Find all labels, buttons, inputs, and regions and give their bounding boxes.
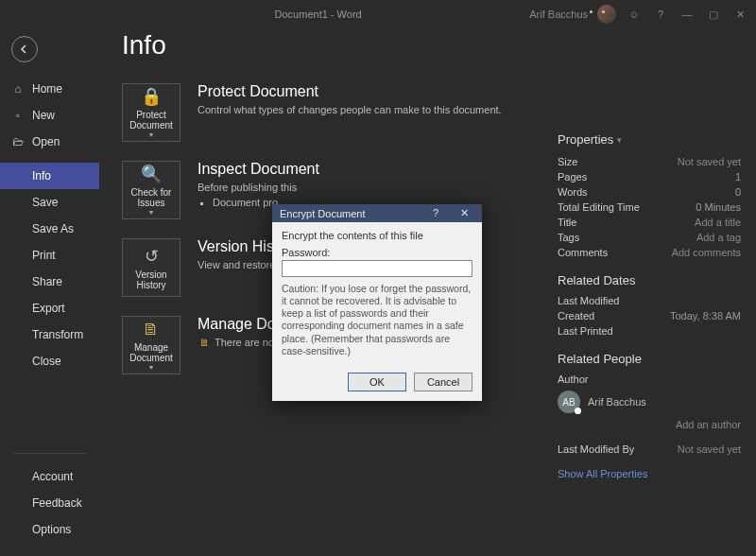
- author-name: Arif Bacchus: [588, 396, 646, 408]
- title-bar: Document1 - Word Arif Bacchus ☺ ? — ▢ ✕: [0, 0, 756, 28]
- sidebar-item-label: Save: [32, 196, 58, 209]
- sidebar-item-label: Options: [32, 523, 71, 536]
- protect-document-tile[interactable]: 🔒 Protect Document ▾: [122, 83, 180, 142]
- sidebar-item-account[interactable]: Account: [0, 463, 99, 490]
- inspect-icon: 🔍: [141, 164, 162, 184]
- back-arrow-icon: [19, 43, 30, 55]
- document-small-icon: 🗎: [198, 337, 211, 348]
- emoji-icon[interactable]: ☺: [626, 6, 643, 23]
- related-people-heading: Related People: [558, 352, 741, 366]
- tile-label: Protect Document: [126, 110, 177, 130]
- document-icon: 🗎: [143, 320, 160, 339]
- protect-section: 🔒 Protect Document ▾ Protect Document Co…: [122, 83, 535, 142]
- show-all-properties-link[interactable]: Show All Properties: [558, 468, 647, 479]
- prop-lastby-label: Last Modified By: [558, 443, 634, 455]
- prop-title-value[interactable]: Add a title: [695, 217, 741, 228]
- user-avatar-icon[interactable]: [597, 5, 616, 24]
- prop-tags-label: Tags: [558, 232, 579, 243]
- prop-lastmod-label: Last Modified: [558, 295, 619, 306]
- prop-comments-value[interactable]: Add comments: [672, 247, 741, 258]
- prop-pages-label: Pages: [558, 171, 587, 182]
- close-window-icon[interactable]: ✕: [731, 6, 748, 23]
- sidebar-item-label: Print: [32, 249, 56, 262]
- prop-title-label: Title: [558, 217, 576, 228]
- tile-label: Manage Document: [126, 342, 177, 363]
- sidebar-item-feedback[interactable]: Feedback: [0, 490, 99, 516]
- prop-lastprint-label: Last Printed: [558, 325, 613, 337]
- properties-heading[interactable]: Properties ▾: [558, 132, 741, 147]
- author-entry[interactable]: AB Arif Bacchus: [558, 391, 741, 413]
- sidebar-item-info[interactable]: Info: [0, 163, 99, 189]
- protect-heading: Protect Document: [198, 83, 502, 100]
- sidebar-item-transform[interactable]: Transform: [0, 321, 99, 348]
- dialog-titlebar[interactable]: Encrypt Document ? ✕: [272, 204, 482, 222]
- chevron-down-icon: ▾: [149, 208, 153, 217]
- sidebar-item-label: Home: [32, 82, 62, 96]
- password-label: Password:: [282, 247, 472, 258]
- sidebar-item-label: Account: [32, 470, 73, 483]
- titlebar-user-name: Arif Bacchus: [529, 9, 588, 20]
- sidebar-item-share[interactable]: Share: [0, 269, 99, 295]
- prop-words-label: Words: [558, 186, 588, 198]
- history-icon: ↺: [145, 246, 159, 267]
- prop-size-label: Size: [558, 156, 577, 167]
- back-button[interactable]: [11, 36, 38, 62]
- sidebar-item-save[interactable]: Save: [0, 189, 99, 216]
- add-author-link[interactable]: Add an author: [676, 419, 741, 430]
- sidebar-item-label: Transform: [32, 328, 83, 341]
- new-icon: ▫: [11, 109, 25, 122]
- dialog-caution-text: Caution: If you lose or forget the passw…: [282, 283, 472, 357]
- sidebar-item-options[interactable]: Options: [0, 516, 99, 543]
- sidebar-item-label: New: [32, 109, 55, 122]
- inspect-desc: Before publishing this: [198, 182, 319, 193]
- sidebar-item-close[interactable]: Close: [0, 348, 99, 374]
- sidebar-item-label: Info: [32, 169, 51, 182]
- version-history-tile[interactable]: ↺ Version History: [122, 238, 180, 297]
- sidebar-item-label: Close: [32, 355, 61, 368]
- help-icon[interactable]: ?: [652, 6, 669, 23]
- prop-author-label: Author: [558, 374, 588, 385]
- check-issues-tile[interactable]: 🔍 Check for Issues ▾: [122, 161, 180, 219]
- encrypt-document-dialog: Encrypt Document ? ✕ Encrypt the content…: [272, 204, 482, 401]
- password-input[interactable]: [282, 260, 472, 277]
- prop-created-label: Created: [558, 310, 594, 321]
- chevron-down-icon: ▾: [617, 135, 622, 145]
- sidebar-item-new[interactable]: ▫ New: [0, 102, 99, 129]
- sidebar-item-home[interactable]: ⌂ Home: [0, 76, 99, 102]
- sidebar-item-label: Export: [32, 302, 65, 315]
- open-icon: 🗁: [11, 135, 25, 148]
- backstage-sidebar: ⌂ Home ▫ New 🗁 Open Info Save Save As Pr…: [0, 28, 99, 556]
- chevron-down-icon: ▾: [149, 130, 153, 139]
- dialog-close-icon[interactable]: ✕: [452, 207, 476, 219]
- cancel-button[interactable]: Cancel: [414, 373, 472, 391]
- dialog-help-icon[interactable]: ?: [423, 207, 448, 219]
- dialog-instruction: Encrypt the contents of this file: [282, 230, 472, 241]
- tile-label: Check for Issues: [126, 187, 177, 208]
- home-icon: ⌂: [11, 82, 25, 96]
- inspect-heading: Inspect Document: [198, 161, 319, 178]
- sidebar-item-export[interactable]: Export: [0, 295, 99, 321]
- sidebar-item-open[interactable]: 🗁 Open: [0, 129, 99, 155]
- sidebar-item-print[interactable]: Print: [0, 242, 99, 269]
- sidebar-item-saveas[interactable]: Save As: [0, 216, 99, 242]
- prop-tags-value[interactable]: Add a tag: [696, 232, 741, 243]
- author-avatar-icon: AB: [558, 391, 580, 413]
- ok-button[interactable]: OK: [348, 373, 406, 391]
- prop-comments-label: Comments: [558, 247, 608, 258]
- manage-document-tile[interactable]: 🗎 Manage Document ▾: [122, 316, 180, 374]
- chevron-down-icon: ▾: [149, 363, 153, 372]
- properties-panel: Properties ▾ SizeNot saved yet Pages1 Wo…: [558, 28, 756, 556]
- prop-size-value: Not saved yet: [678, 156, 741, 167]
- prop-lastby-value: Not saved yet: [678, 443, 741, 455]
- related-dates-heading: Related Dates: [558, 273, 741, 287]
- sidebar-item-label: Share: [32, 275, 62, 288]
- prop-created-value: Today, 8:38 AM: [670, 310, 741, 321]
- minimize-icon[interactable]: —: [679, 6, 696, 23]
- sidebar-item-label: Open: [32, 135, 60, 148]
- protect-desc: Control what types of changes people can…: [198, 104, 502, 115]
- tile-label: Version History: [126, 269, 177, 290]
- maximize-icon[interactable]: ▢: [705, 6, 722, 23]
- prop-words-value: 0: [735, 186, 741, 198]
- sidebar-item-label: Save As: [32, 222, 74, 235]
- prop-time-label: Total Editing Time: [558, 201, 640, 213]
